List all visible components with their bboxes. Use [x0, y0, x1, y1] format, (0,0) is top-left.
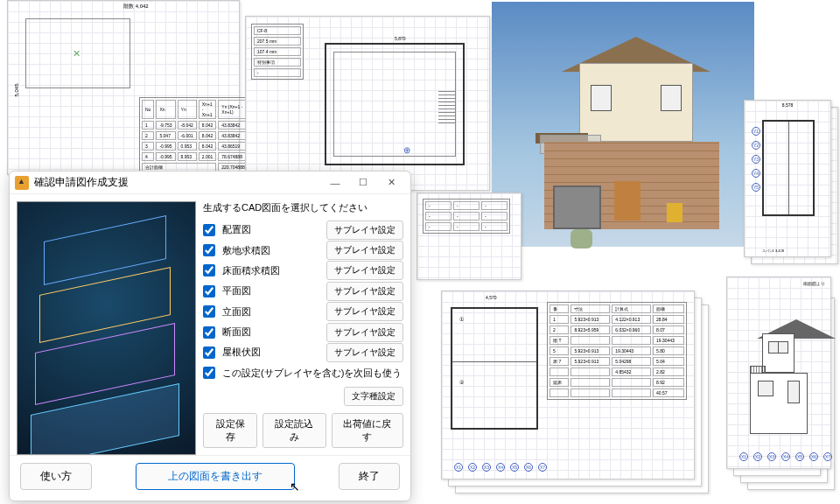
dialog-cad-export: 確認申請図作成支援 ― ☐ ✕ 生成するCAD図面を選択してください 配置図サブ…	[9, 171, 411, 501]
wall-upper	[579, 63, 693, 142]
preview-3d	[17, 201, 196, 455]
grid-marker: X7	[538, 463, 547, 472]
sheet-elevation: 南面図より X1 X2 X3 X4 X5 X6 X7	[726, 276, 831, 469]
lbl-floor-area: 床面積求積図	[222, 264, 319, 277]
entry-door	[614, 181, 640, 220]
calc-table: 番寸法計算式面積 15.923×0.9134.122×0.91328.84 28…	[547, 302, 687, 400]
howto-button[interactable]: 使い方	[20, 463, 92, 490]
floor-outline: 5,870 ⊕	[325, 43, 465, 165]
plan-outline: ✕	[25, 18, 130, 88]
garage-door	[553, 186, 601, 229]
reset-button[interactable]: 出荷値に戻す	[332, 413, 403, 448]
sheet-floorplan: CF-8207.5 mm107.4 mm特別事項- 5,870 ⊕	[245, 16, 490, 191]
crosshair-icon: ✕	[73, 48, 83, 59]
lbl-elevation: 立面図	[222, 305, 319, 318]
sublayer-button[interactable]: サブレイヤ設定	[326, 220, 403, 240]
grid-marker: X1	[454, 463, 463, 472]
sublayer-button[interactable]: サブレイヤ設定	[326, 323, 403, 342]
load-settings-button[interactable]: 設定読込み	[262, 413, 326, 448]
scooter	[570, 229, 592, 248]
grid-marker: X4	[781, 452, 790, 461]
grid-marker: X2	[753, 452, 762, 461]
lbl-layout: 配置図	[222, 223, 319, 236]
save-settings-button[interactable]: 設定保存	[203, 413, 257, 448]
stairs-icon	[438, 88, 456, 123]
lbl-plan: 平面図	[222, 284, 319, 298]
sheet-area-calc: ① ② 4,570 番寸法計算式面積 15.923×0.9134.122×0.9…	[441, 290, 695, 480]
sheet-roomplan: 8,578 スパン1 3,428 Y1 Y2 Y3 Y4 Y5	[744, 100, 831, 257]
lbl-section: 断面図	[222, 326, 319, 339]
app-icon	[15, 176, 29, 190]
sheet-schedule: ---------	[416, 192, 522, 280]
lbl-roof: 屋根伏図	[222, 346, 319, 359]
room-outline	[762, 120, 815, 216]
chk-floor-area[interactable]	[203, 264, 215, 276]
block-plan: ① ②	[451, 307, 538, 430]
mailbox	[667, 203, 682, 222]
chk-plan[interactable]	[203, 285, 215, 298]
sublayer-button[interactable]: サブレイヤ設定	[326, 261, 403, 280]
grid-marker: X3	[767, 452, 776, 461]
lbl-site-area: 敷地求積図	[222, 244, 319, 257]
dim-label: 5,045	[14, 83, 19, 96]
elevation-drawing	[750, 312, 808, 434]
grid-marker: Y2	[752, 141, 760, 150]
char-settings-button[interactable]: 文字種設定	[344, 387, 403, 406]
north-icon: ⊕	[403, 145, 410, 155]
grid-marker: Y4	[752, 169, 760, 178]
chk-site-area[interactable]	[203, 244, 215, 256]
form-caption: 生成するCAD図面を選択してください	[203, 201, 403, 214]
chk-elevation[interactable]	[203, 305, 215, 318]
sheet-calc: 階数 4,042 5,045 ✕ NoXnYnXn+1 - Xn+1Yn (Xn…	[7, 0, 240, 175]
grid-marker: Y5	[752, 183, 760, 192]
legend-table: CF-8207.5 mm107.4 mm特別事項-	[251, 24, 304, 80]
exit-button[interactable]: 終了	[339, 463, 400, 490]
grid-marker: Y1	[752, 127, 760, 136]
grid-marker: X7	[823, 452, 832, 461]
render-3d	[492, 2, 754, 247]
chk-save-next[interactable]	[203, 367, 215, 379]
dialog-title: 確認申請図作成支援	[34, 175, 321, 190]
grid-marker: X6	[809, 452, 818, 461]
house-model	[527, 28, 719, 229]
export-button[interactable]: 上の図面を書き出す	[136, 463, 295, 490]
grid-marker: X1	[739, 452, 748, 461]
chk-layout[interactable]	[203, 224, 215, 236]
minimize-button[interactable]: ―	[321, 172, 349, 193]
dim-label: 階数 4,042	[123, 3, 149, 10]
sublayer-button[interactable]: サブレイヤ設定	[326, 302, 403, 321]
chk-section[interactable]	[203, 326, 215, 339]
grid-marker: X6	[524, 463, 533, 472]
grid-marker: Y3	[752, 155, 760, 164]
grid-marker: X3	[482, 463, 491, 472]
lbl-save-next: この設定(サブレイヤを含む)を次回も使う	[222, 367, 403, 380]
grid-marker: X5	[510, 463, 519, 472]
chk-roof[interactable]	[203, 346, 215, 359]
titlebar: 確認申請図作成支援 ― ☐ ✕	[10, 172, 410, 194]
sublayer-button[interactable]: サブレイヤ設定	[326, 241, 403, 260]
maximize-button[interactable]: ☐	[349, 172, 377, 193]
sublayer-button[interactable]: サブレイヤ設定	[326, 343, 403, 362]
grid-marker: X4	[496, 463, 505, 472]
sublayer-button[interactable]: サブレイヤ設定	[326, 282, 403, 301]
form-area: 生成するCAD図面を選択してください 配置図サブレイヤ設定 敷地求積図サブレイヤ…	[203, 201, 403, 448]
grid-marker: X5	[795, 452, 804, 461]
grid-marker: X2	[468, 463, 477, 472]
close-button[interactable]: ✕	[377, 172, 405, 193]
